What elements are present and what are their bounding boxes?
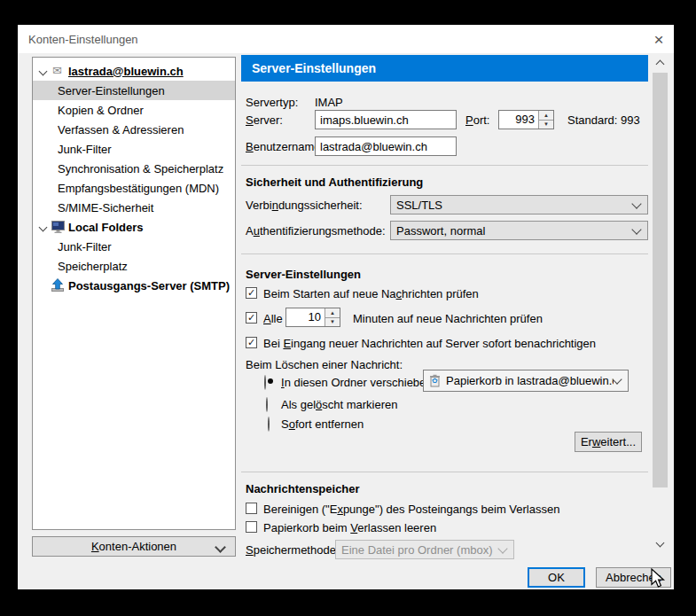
standard-value: 993 bbox=[621, 113, 640, 128]
scrollbar-thumb[interactable] bbox=[653, 73, 668, 487]
sidebar-item-smime[interactable]: S/MIME-Sicherheit bbox=[33, 198, 235, 217]
account-actions-label: Konten-Aktionen bbox=[91, 540, 176, 554]
spin-down-icon[interactable]: ▼ bbox=[325, 318, 340, 327]
servertype-label: Servertyp: bbox=[246, 96, 298, 110]
storage-method-label: Speichermethode: bbox=[246, 543, 340, 558]
advanced-button[interactable]: Erweitert... bbox=[575, 432, 642, 452]
empty-trash-checkbox[interactable] bbox=[246, 521, 257, 533]
vertical-scrollbar[interactable] bbox=[653, 55, 668, 551]
sidebar-item-label: Synchronisation & Speicherplatz bbox=[58, 162, 223, 175]
scroll-up-button[interactable] bbox=[653, 55, 668, 70]
scroll-down-button[interactable] bbox=[653, 536, 668, 551]
sidebar-item-mdn[interactable]: Empfangsbestätigungen (MDN) bbox=[33, 178, 235, 198]
storage-method-select: Eine Datei pro Ordner (mbox) bbox=[335, 540, 514, 559]
remove-immediately-radio[interactable] bbox=[268, 417, 270, 432]
ok-button-label: OK bbox=[548, 571, 565, 585]
standard-label: Standard: bbox=[567, 113, 617, 128]
connection-security-select[interactable]: SSL/TLS bbox=[390, 195, 648, 214]
spin-down-icon[interactable]: ▼ bbox=[539, 121, 553, 129]
server-input[interactable] bbox=[315, 110, 457, 129]
username-input[interactable] bbox=[315, 136, 457, 156]
chevron-down-icon bbox=[612, 374, 622, 384]
connection-security-label: Verbindungssicherheit: bbox=[246, 199, 363, 213]
chevron-down-icon bbox=[656, 538, 665, 547]
expunge-label: Bereinigen ("Expunge") des Posteingangs … bbox=[263, 503, 559, 517]
remove-immediately-label: Sofort entfernen bbox=[281, 417, 364, 432]
storage-method-value: Eine Datei pro Ordner (mbox) bbox=[341, 543, 499, 557]
sidebar-item-label: Speicherplatz bbox=[58, 260, 128, 273]
chevron-down-icon bbox=[631, 224, 641, 234]
close-button[interactable]: × bbox=[647, 27, 670, 51]
chevron-down-icon bbox=[631, 199, 641, 208]
server-label: Server: bbox=[246, 113, 283, 128]
account-actions-button[interactable]: Konten-Aktionen bbox=[32, 536, 236, 557]
title-bar: Konten-Einstellungen × bbox=[18, 25, 674, 53]
sidebar-item-label: Server-Einstellungen bbox=[58, 84, 165, 97]
sidebar-item-label: Local Folders bbox=[68, 221, 144, 234]
trash-folder-select[interactable]: Papierkorb in lastrada@bluewin.ch bbox=[423, 370, 629, 392]
check-interval-checkbox[interactable]: ✓ bbox=[246, 312, 257, 324]
separator bbox=[241, 472, 648, 472]
port-label: Port: bbox=[465, 113, 489, 128]
trash-folder-value: Papierkorb in lastrada@bluewin.ch bbox=[446, 374, 614, 387]
push-notify-checkbox[interactable]: ✓ bbox=[246, 337, 257, 348]
check-on-start-checkbox[interactable]: ✓ bbox=[246, 287, 257, 299]
check-interval-value: 10 bbox=[286, 308, 325, 326]
port-value: 993 bbox=[499, 111, 538, 129]
check-interval-pre-label: Alle bbox=[263, 312, 283, 326]
check-icon: ✓ bbox=[247, 288, 255, 298]
ok-button[interactable]: OK bbox=[528, 567, 585, 588]
auth-method-value: Passwort, normal bbox=[396, 224, 633, 238]
chevron-down-icon bbox=[497, 543, 507, 553]
sidebar-item-copies-folders[interactable]: Kopien & Ordner bbox=[33, 100, 235, 120]
sidebar-item-label: Verfassen & Adressieren bbox=[58, 123, 184, 136]
sidebar-item-local-junk[interactable]: Junk-Filter bbox=[33, 237, 235, 256]
connection-security-value: SSL/TLS bbox=[396, 199, 633, 212]
server-settings-section-title: Server-Einstellungen bbox=[246, 268, 361, 282]
sidebar-item-label: Postausgangs-Server (SMTP) bbox=[68, 279, 230, 292]
sidebar-item-label: Empfangsbestätigungen (MDN) bbox=[58, 182, 219, 195]
sidebar-item-local-folders[interactable]: Local Folders bbox=[33, 217, 235, 237]
spin-up-icon[interactable]: ▲ bbox=[539, 111, 553, 121]
check-interval-stepper[interactable]: 10 ▲ ▼ bbox=[285, 308, 340, 327]
sidebar-item-label: Junk-Filter bbox=[58, 240, 112, 253]
sidebar-item-label: S/MIME-Sicherheit bbox=[58, 201, 153, 214]
storage-section-title: Nachrichtenspeicher bbox=[246, 482, 360, 496]
move-to-folder-radio[interactable] bbox=[264, 375, 266, 390]
sidebar-item-smtp[interactable]: Postausgangs-Server (SMTP) bbox=[33, 276, 235, 295]
mark-deleted-radio[interactable] bbox=[266, 397, 268, 412]
servertype-value: IMAP bbox=[315, 96, 343, 110]
window-title: Konten-Einstellungen bbox=[28, 33, 138, 46]
panel-header: Server-Einstellungen bbox=[241, 55, 648, 82]
sidebar-item-sync-storage[interactable]: Synchronisation & Speicherplatz bbox=[33, 159, 235, 178]
chevron-down-icon[interactable] bbox=[39, 66, 48, 75]
sidebar-item-junk[interactable]: Junk-Filter bbox=[33, 139, 235, 159]
sidebar-item-server-settings[interactable]: Server-Einstellungen bbox=[33, 81, 235, 100]
spin-up-icon[interactable]: ▲ bbox=[325, 308, 340, 318]
port-stepper[interactable]: 993 ▲ ▼ bbox=[498, 110, 554, 129]
sidebar-item-label: Junk-Filter bbox=[58, 143, 112, 156]
account-settings-dialog: Konten-Einstellungen × ✉ lastrada@bluewi… bbox=[18, 25, 674, 589]
sidebar-item-label: lastrada@bluewin.ch bbox=[68, 65, 184, 78]
sidebar-item-account[interactable]: ✉ lastrada@bluewin.ch bbox=[33, 61, 235, 81]
separator bbox=[241, 165, 648, 166]
screen: Konten-Einstellungen × ✉ lastrada@bluewi… bbox=[0, 0, 696, 616]
check-icon: ✓ bbox=[247, 313, 255, 323]
auth-method-select[interactable]: Passwort, normal bbox=[390, 221, 648, 240]
chevron-up-icon bbox=[656, 59, 665, 68]
sidebar-item-local-storage[interactable]: Speicherplatz bbox=[33, 256, 235, 276]
mouse-cursor bbox=[650, 568, 671, 589]
advanced-button-label: Erweitert... bbox=[581, 435, 636, 449]
username-label: Benutzername: bbox=[246, 140, 324, 154]
check-interval-post-label: Minuten auf neue Nachrichten prüfen bbox=[353, 312, 543, 326]
panel-title: Server-Einstellungen bbox=[252, 61, 376, 75]
chevron-down-icon[interactable] bbox=[39, 222, 48, 231]
local-folders-icon bbox=[51, 221, 65, 233]
trash-icon bbox=[429, 374, 441, 387]
sidebar-item-composition[interactable]: Verfassen & Adressieren bbox=[33, 120, 235, 139]
auth-method-label: Authentifizierungsmethode: bbox=[246, 224, 386, 238]
check-icon: ✓ bbox=[247, 338, 255, 347]
expunge-checkbox[interactable] bbox=[246, 503, 257, 514]
push-notify-label: Bei Eingang neuer Nachrichten auf Server… bbox=[263, 337, 596, 351]
mark-deleted-label: Als gelöscht markieren bbox=[281, 398, 398, 412]
